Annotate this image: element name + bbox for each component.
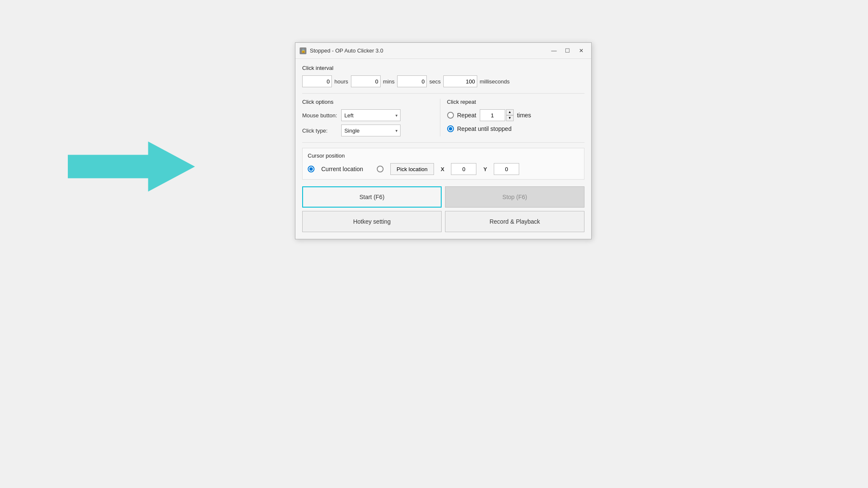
hotkey-button[interactable]: Hotkey setting: [302, 211, 442, 232]
window-body: Click interval hours mins secs milliseco…: [295, 59, 591, 239]
dropdown-arrow-type: ▾: [395, 128, 398, 133]
repeat-count-input[interactable]: [480, 109, 505, 121]
spin-up-button[interactable]: ▲: [506, 109, 514, 115]
app-icon: 🔒: [300, 47, 306, 54]
secs-unit: secs: [429, 78, 441, 85]
action-buttons-grid: Start (F6) Stop (F6) Hotkey setting Reco…: [302, 186, 584, 232]
hours-input[interactable]: [302, 75, 332, 87]
cursor-position-section: Cursor position Current location Pick lo…: [302, 148, 584, 180]
repeat-until-label: Repeat until stopped: [457, 125, 512, 132]
window-title: Stopped - OP Auto Clicker 3.0: [310, 47, 548, 54]
click-type-label: Click type:: [302, 128, 337, 134]
mouse-button-dropdown[interactable]: Left ▾: [341, 109, 401, 121]
divider-1: [302, 93, 584, 94]
cursor-position-label: Cursor position: [308, 152, 579, 159]
repeat-until-row: Repeat until stopped: [447, 125, 585, 132]
options-repeat-wrapper: Click options Mouse button: Left ▾ Click…: [302, 99, 584, 136]
current-location-label: Current location: [321, 166, 363, 172]
stop-button: Stop (F6): [445, 186, 584, 208]
spin-buttons: ▲ ▼: [506, 109, 514, 121]
repeat-radio[interactable]: [447, 112, 454, 119]
dropdown-arrow-mouse: ▾: [395, 113, 398, 118]
repeat-spin-wrapper: ▲ ▼: [480, 109, 514, 121]
start-button[interactable]: Start (F6): [302, 186, 442, 208]
x-input[interactable]: [451, 163, 476, 175]
click-type-dropdown[interactable]: Single ▾: [341, 125, 401, 136]
ms-unit: milliseconds: [480, 78, 510, 85]
spin-down-button[interactable]: ▼: [506, 115, 514, 121]
secs-input[interactable]: [397, 75, 427, 87]
minimize-button[interactable]: —: [548, 46, 560, 56]
x-label: X: [441, 166, 445, 172]
close-button[interactable]: ✕: [575, 46, 587, 56]
divider-2: [302, 142, 584, 143]
y-input[interactable]: [494, 163, 519, 175]
pick-location-button[interactable]: Pick location: [390, 163, 434, 175]
app-window: 🔒 Stopped - OP Auto Clicker 3.0 — ☐ ✕ Cl…: [295, 42, 592, 239]
repeat-until-radio[interactable]: [447, 125, 454, 132]
mouse-button-value: Left: [344, 112, 353, 119]
mins-input[interactable]: [351, 75, 381, 87]
click-type-value: Single: [344, 128, 359, 134]
pick-location-radio[interactable]: [377, 166, 384, 172]
maximize-button[interactable]: ☐: [562, 46, 573, 56]
click-interval-row: hours mins secs milliseconds: [302, 75, 584, 87]
click-interval-label: Click interval: [302, 65, 584, 71]
hours-unit: hours: [334, 78, 348, 85]
record-playback-button[interactable]: Record & Playback: [445, 211, 584, 232]
click-options-label: Click options: [302, 99, 440, 105]
mins-unit: mins: [383, 78, 395, 85]
svg-marker-0: [68, 141, 195, 191]
cursor-position-row: Current location Pick location X Y: [308, 163, 579, 175]
repeat-label: Repeat: [457, 112, 476, 119]
current-location-radio[interactable]: [308, 166, 314, 172]
window-controls: — ☐ ✕: [548, 46, 587, 56]
y-label: Y: [483, 166, 487, 172]
arrow-decoration: [68, 140, 195, 194]
repeat-times-row: Repeat ▲ ▼ times: [447, 109, 585, 121]
ms-input[interactable]: [443, 75, 477, 87]
click-repeat-label: Click repeat: [447, 99, 585, 105]
click-repeat-block: Click repeat Repeat ▲ ▼ times Re: [440, 99, 585, 136]
title-bar: 🔒 Stopped - OP Auto Clicker 3.0 — ☐ ✕: [295, 43, 591, 59]
click-options-grid: Mouse button: Left ▾ Click type: Single …: [302, 109, 440, 136]
click-options-block: Click options Mouse button: Left ▾ Click…: [302, 99, 440, 136]
times-label: times: [517, 112, 531, 119]
mouse-button-label: Mouse button:: [302, 112, 337, 119]
